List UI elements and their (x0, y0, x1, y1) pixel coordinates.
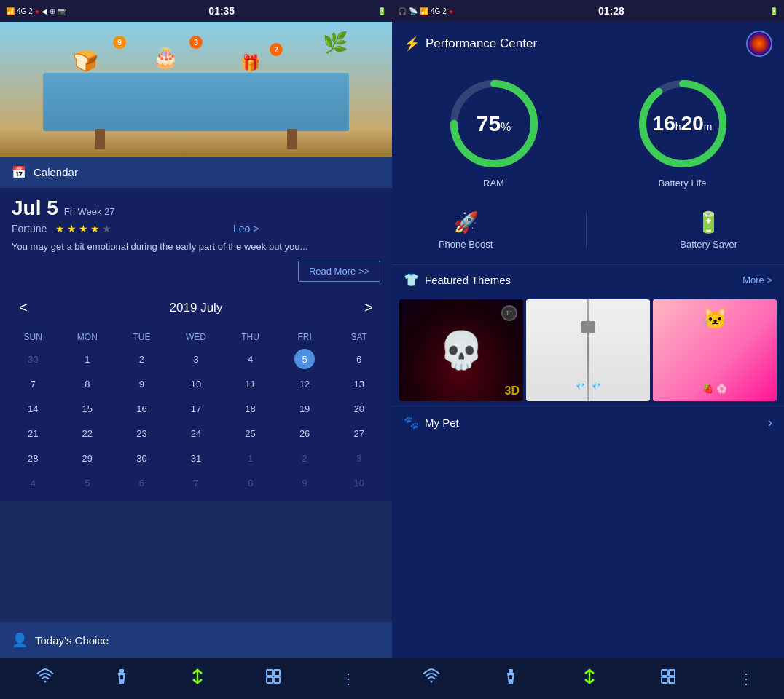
day-10[interactable]: 10 (169, 371, 224, 396)
skull-emoji: 💀 (439, 329, 484, 371)
week-2: 7 8 9 10 11 12 13 (6, 371, 386, 396)
badge-3: 2 (270, 43, 283, 56)
day-12[interactable]: 12 (278, 371, 332, 396)
mypet-section[interactable]: 🐾 My Pet › (392, 406, 784, 439)
day-30[interactable]: 30 (114, 446, 169, 470)
transfer-button-right[interactable] (575, 662, 604, 695)
header-sun: SUN (6, 328, 60, 347)
day-8[interactable]: 8 (60, 371, 115, 396)
day-4[interactable]: 4 (223, 347, 278, 371)
day-27[interactable]: 27 (332, 421, 386, 446)
theme-skull-button[interactable]: 3D 11 💀 (399, 299, 523, 401)
todays-choice-section[interactable]: 👤 Today's Choice (0, 622, 392, 658)
day-29[interactable]: 29 (60, 446, 115, 470)
calendar-title: Calendar (34, 166, 78, 178)
mypet-chevron: › (768, 415, 772, 430)
day-10-next[interactable]: 10 (332, 470, 386, 495)
prev-month-button[interactable]: < (12, 296, 35, 319)
week-4: 21 22 23 24 25 26 27 (6, 421, 386, 446)
day-23[interactable]: 23 (114, 421, 169, 446)
day-1[interactable]: 1 (60, 347, 115, 371)
time-left: 01:35 (208, 5, 235, 17)
square-button-right[interactable] (654, 662, 683, 695)
sign-link[interactable]: Leo > (233, 223, 259, 234)
cast-icon: 📡 (409, 7, 418, 15)
extra-icons: ◀ ⊕ 📷 (42, 7, 66, 15)
day-26[interactable]: 26 (278, 421, 332, 446)
signal-icon-r: 📶 (420, 7, 428, 15)
wifi-button-right[interactable] (417, 662, 446, 695)
day-22[interactable]: 22 (60, 421, 115, 446)
day-9[interactable]: 9 (114, 371, 169, 396)
battery-saver-button[interactable]: 🔋 Battery Saver (680, 210, 737, 250)
day-21[interactable]: 21 (6, 421, 60, 446)
more-button-right[interactable]: ⋮ (733, 664, 759, 693)
perf-metrics: 75% RAM 16h20m Battery Life (392, 66, 784, 203)
transfer-button-left[interactable] (183, 662, 212, 695)
day-9-next[interactable]: 9 (278, 470, 332, 495)
todays-choice-label: Today's Choice (35, 634, 109, 647)
day-24[interactable]: 24 (169, 421, 224, 446)
day-3-next[interactable]: 3 (332, 446, 386, 470)
day-15[interactable]: 15 (60, 396, 115, 421)
right-status-icons-r: 🔋 (769, 7, 778, 15)
day-5-today[interactable]: 5 (278, 347, 332, 371)
ram-unit: % (501, 121, 511, 133)
day-20[interactable]: 20 (332, 396, 386, 421)
bottom-nav-left: ⋮ (0, 658, 392, 699)
day-16[interactable]: 16 (114, 396, 169, 421)
day-13[interactable]: 13 (332, 371, 386, 396)
day-17[interactable]: 17 (169, 396, 224, 421)
day-30-prev[interactable]: 30 (6, 347, 60, 371)
game-banner: 🍞 🎂 🎁 🌿 9 3 2 (0, 22, 392, 157)
right-panel: 🎧 📡 📶 4G 2 ● 01:28 🔋 ⚡ Performance Cente… (392, 0, 784, 699)
day-3[interactable]: 3 (169, 347, 224, 371)
next-month-button[interactable]: > (357, 296, 380, 319)
day-2[interactable]: 2 (114, 347, 169, 371)
calendar-nav: < 2019 July > (0, 291, 392, 325)
theme-pink-button[interactable]: 🐱 🍓🌸 (653, 299, 777, 401)
svg-rect-5 (267, 677, 273, 683)
day-28[interactable]: 28 (6, 446, 60, 470)
day-11[interactable]: 11 (223, 371, 278, 396)
featured-title-row: 👕 Featured Themes (404, 272, 511, 288)
user-avatar[interactable] (746, 31, 772, 57)
zipper-icons: 💎💎 (576, 382, 600, 390)
food-icon-1: 🍞 (73, 49, 98, 73)
day-8-next[interactable]: 8 (223, 470, 278, 495)
day-7[interactable]: 7 (6, 371, 60, 396)
day-19[interactable]: 19 (278, 396, 332, 421)
more-themes-link[interactable]: More > (742, 275, 772, 285)
ram-value: 75% (477, 111, 511, 136)
day-25[interactable]: 25 (223, 421, 278, 446)
more-button-left[interactable]: ⋮ (335, 664, 361, 693)
week-6: 4 5 6 7 8 9 10 (6, 470, 386, 495)
svg-rect-13 (509, 675, 512, 679)
carrier-icon: 2 (28, 7, 33, 15)
star-3: ★ (79, 223, 88, 234)
flashlight-button-left[interactable] (107, 662, 136, 695)
day-1-next[interactable]: 1 (223, 446, 278, 470)
battery-m-unit: m (704, 121, 713, 133)
battery-icon-right: 🔋 (769, 7, 778, 15)
day-14[interactable]: 14 (6, 396, 60, 421)
day-31[interactable]: 31 (169, 446, 224, 470)
wifi-button-left[interactable] (31, 662, 60, 695)
read-more-button[interactable]: Read More >> (298, 261, 380, 282)
day-2-next[interactable]: 2 (278, 446, 332, 470)
theme-zipper-button[interactable]: 💎💎 (526, 299, 650, 401)
svg-rect-16 (662, 677, 667, 683)
week-5: 28 29 30 31 1 2 3 (6, 446, 386, 470)
food-icon-2: 🎂 (153, 45, 179, 69)
square-button-left[interactable] (259, 662, 288, 695)
day-7-next[interactable]: 7 (169, 470, 224, 495)
flashlight-button-right[interactable] (496, 662, 525, 695)
user-icon: 👤 (12, 632, 28, 648)
phone-boost-button[interactable]: 🚀 Phone Boost (439, 210, 493, 250)
mypet-label: My Pet (425, 416, 459, 429)
day-6-next[interactable]: 6 (114, 470, 169, 495)
day-5-next[interactable]: 5 (60, 470, 115, 495)
day-6[interactable]: 6 (332, 347, 386, 371)
day-4-next[interactable]: 4 (6, 470, 60, 495)
day-18[interactable]: 18 (223, 396, 278, 421)
